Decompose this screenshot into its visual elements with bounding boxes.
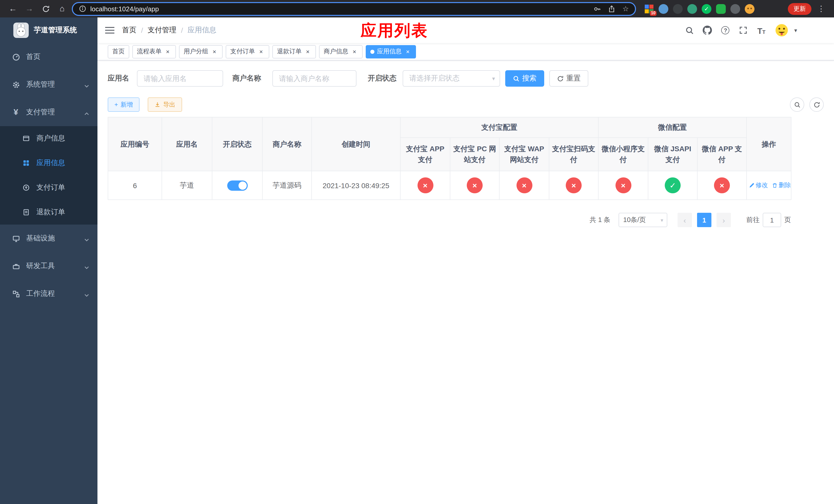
app-logo[interactable]: 芋道管理系统 <box>0 18 97 43</box>
col-header-alipay-pc: 支付宝 PC 网站支付 <box>450 138 499 171</box>
browser-chrome: ← → ⌂ localhost:1024/pay/app ☆ <box>0 0 834 18</box>
main-area: 首页 / 支付管理 / 应用信息 应用列表 ? TT <box>97 18 834 504</box>
card-icon <box>21 135 32 142</box>
browser-back-icon[interactable]: ← <box>6 2 20 15</box>
pagination: 共 1 条 10条/页 ▾ ‹ 1 › 前往 页 <box>108 213 791 227</box>
close-icon[interactable]: × <box>304 48 311 55</box>
tab-merchant-info[interactable]: 商户信息 × <box>319 45 363 58</box>
extension-face-icon[interactable] <box>745 4 754 14</box>
chevron-down-icon <box>84 264 89 269</box>
breadcrumb-payment[interactable]: 支付管理 <box>148 26 176 35</box>
sidebar-item-infrastructure[interactable]: 基础设施 <box>0 225 97 252</box>
goto-page-input[interactable] <box>763 213 781 227</box>
extension-drop-icon[interactable] <box>659 4 668 14</box>
refresh-table-button[interactable] <box>809 97 824 112</box>
tab-refund-orders[interactable]: 退款订单 × <box>272 45 316 58</box>
app-name-label: 应用名 <box>108 74 129 83</box>
tab-payment-orders[interactable]: 支付订单 × <box>226 45 269 58</box>
sidebar-item-payment-orders[interactable]: 支付订单 <box>0 175 97 200</box>
extension-chat-icon[interactable] <box>716 4 726 14</box>
merchant-name-input[interactable] <box>272 70 356 87</box>
extension-wechat-icon[interactable]: ✓ <box>702 4 711 14</box>
browser-refresh-icon[interactable] <box>39 2 52 15</box>
search-icon[interactable] <box>684 25 695 36</box>
tab-app-info[interactable]: 应用信息 × <box>366 45 416 58</box>
col-header-wechat-app: 微信 APP 支付 <box>697 138 747 171</box>
add-button[interactable]: + 新增 <box>108 97 139 112</box>
github-icon[interactable] <box>702 25 713 36</box>
tab-user-group[interactable]: 用户分组 × <box>179 45 223 58</box>
sidebar-item-refund-orders[interactable]: 退款订单 <box>0 200 97 225</box>
col-header-wechat-mini: 微信小程序支付 <box>598 138 648 171</box>
sidebar-item-app-info[interactable]: 应用信息 <box>0 151 97 175</box>
tab-home[interactable]: 首页 <box>108 45 129 58</box>
group-header-alipay: 支付宝配置 <box>400 117 598 138</box>
browser-forward-icon[interactable]: → <box>23 2 36 15</box>
password-key-icon[interactable] <box>594 5 601 13</box>
sidebar-item-label: 首页 <box>26 52 41 62</box>
help-icon[interactable]: ? <box>720 25 731 36</box>
prev-page-button[interactable]: ‹ <box>678 213 692 227</box>
browser-home-icon[interactable]: ⌂ <box>56 2 69 15</box>
next-page-button[interactable]: › <box>717 213 731 227</box>
extension-avatar-icon[interactable] <box>687 4 697 14</box>
close-icon[interactable]: × <box>211 48 218 55</box>
breadcrumb-home[interactable]: 首页 <box>122 26 136 35</box>
sidebar-item-dev-tools[interactable]: 研发工具 <box>0 252 97 280</box>
grid-icon <box>21 159 32 167</box>
caret-down-icon[interactable]: ▾ <box>794 27 797 33</box>
edit-link[interactable]: 修改 <box>749 181 768 190</box>
sidebar-item-home[interactable]: 首页 <box>0 43 97 71</box>
status-select[interactable]: 请选择开启状态 ▾ <box>403 70 500 87</box>
tab-process-form[interactable]: 流程表单 × <box>132 45 176 58</box>
browser-menu-icon[interactable]: ⋮ <box>814 2 828 15</box>
extension-dark-icon[interactable] <box>673 4 683 14</box>
sidebar-item-label: 工作流程 <box>26 289 55 298</box>
sidebar-item-workflow[interactable]: 工作流程 <box>0 280 97 307</box>
close-icon[interactable]: × <box>404 48 411 55</box>
address-bar[interactable]: localhost:1024/pay/app ☆ <box>72 2 636 16</box>
dashboard-icon <box>10 53 22 61</box>
sidebar-item-merchant-info[interactable]: 商户信息 <box>0 126 97 151</box>
goto-label: 前往 <box>746 215 760 225</box>
screen: ← → ⌂ localhost:1024/pay/app ☆ <box>0 0 834 504</box>
font-size-icon[interactable]: TT <box>756 25 767 36</box>
delete-link[interactable]: 删除 <box>772 181 791 190</box>
chevron-up-icon <box>84 110 89 115</box>
cell-created: 2021-10-23 08:49:25 <box>312 171 400 200</box>
app-table: 应用编号 应用名 开启状态 商户名称 创建时间 支付宝配置 微信配置 操作 支付… <box>108 117 791 200</box>
alipay-app-status-icon: × <box>417 177 433 193</box>
bookmark-star-icon[interactable]: ☆ <box>622 5 629 13</box>
reset-button[interactable]: 重置 <box>549 70 588 87</box>
sidebar-toggle-icon[interactable] <box>97 18 122 43</box>
share-icon[interactable] <box>608 5 616 13</box>
avatar[interactable] <box>774 23 790 38</box>
search-button[interactable]: 搜索 <box>505 70 544 87</box>
browser-update-button[interactable]: 更新 <box>788 3 811 15</box>
page-size-select[interactable]: 10条/页 ▾ <box>619 213 667 227</box>
close-icon[interactable]: × <box>258 48 265 55</box>
col-header-status: 开启状态 <box>212 117 262 171</box>
site-info-icon[interactable] <box>79 5 86 12</box>
navbar-actions: ? TT ▾ <box>684 23 834 38</box>
export-button[interactable]: 导出 <box>148 97 182 112</box>
col-header-app-id: 应用编号 <box>108 117 162 171</box>
extension-badge: 10 <box>650 10 657 16</box>
goto-suffix: 页 <box>784 215 791 225</box>
workflow-icon <box>10 290 22 298</box>
fullscreen-icon[interactable] <box>738 25 749 36</box>
table-toolbar: + 新增 导出 <box>108 97 824 112</box>
sidebar-item-label: 支付管理 <box>26 108 55 117</box>
gear-icon <box>10 81 22 88</box>
page-number-button[interactable]: 1 <box>697 213 711 227</box>
group-header-wechat: 微信配置 <box>598 117 747 138</box>
show-search-button[interactable] <box>790 97 804 112</box>
app-name-input[interactable] <box>137 70 223 87</box>
status-toggle[interactable] <box>227 180 247 190</box>
extension-grid-icon[interactable]: 10 <box>644 4 654 14</box>
extension-puzzle-icon[interactable] <box>730 4 740 14</box>
sidebar-item-payment[interactable]: ¥ 支付管理 <box>0 98 97 126</box>
close-icon[interactable]: × <box>351 48 358 55</box>
sidebar-item-system[interactable]: 系统管理 <box>0 71 97 98</box>
close-icon[interactable]: × <box>164 48 171 55</box>
